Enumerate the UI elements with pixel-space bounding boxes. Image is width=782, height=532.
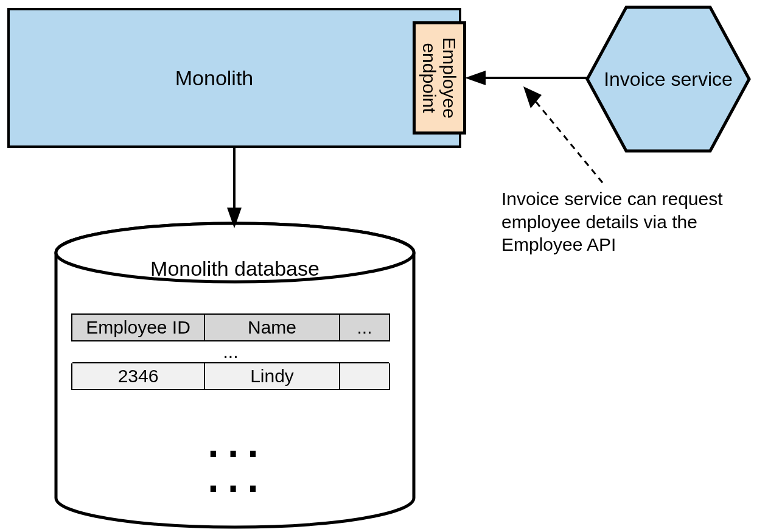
table-cell-id: 2346 [72, 363, 204, 390]
annotation-text: Invoice service can request employee det… [501, 187, 723, 256]
table-cell-name: Lindy [204, 363, 340, 390]
ellipsis-row-2: ... [54, 460, 416, 484]
database-label: Monolith database [54, 257, 416, 281]
table-header-id: Employee ID [72, 314, 204, 341]
employee-table: Employee ID Name ... ... 2346 Lindy [71, 313, 390, 390]
employee-endpoint-box: Employee endpoint [413, 21, 466, 135]
svg-marker-6 [227, 208, 242, 228]
table-header-more: ... [340, 314, 389, 341]
svg-marker-2 [465, 71, 486, 85]
table-cell-more [340, 363, 389, 390]
table-header-name: Name [204, 314, 340, 341]
monolith-label: Monolith [7, 8, 421, 148]
svg-line-7 [534, 100, 602, 183]
table-gap: ... [72, 341, 389, 363]
